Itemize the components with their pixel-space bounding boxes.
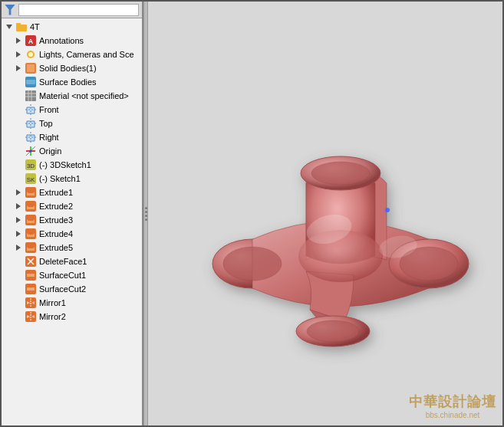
svg-rect-9 bbox=[26, 80, 35, 84]
tree-item-surfacecut2[interactable]: SurfaceCut2 bbox=[2, 282, 142, 296]
svg-rect-0 bbox=[16, 25, 27, 31]
expand-extrude4[interactable] bbox=[14, 229, 23, 238]
3d-model-group bbox=[212, 156, 469, 347]
tree-item-extrude1[interactable]: Extrude1 bbox=[2, 186, 142, 199]
tree-label-solid-bodies: Solid Bodies(1) bbox=[39, 64, 97, 73]
extrude4-icon bbox=[25, 228, 37, 240]
tree-label-deleteface1: DeleteFace1 bbox=[39, 257, 87, 266]
watermark-url-text: bbs.chinade.net bbox=[409, 411, 496, 419]
tree-item-front[interactable]: Front bbox=[2, 103, 142, 117]
model-area bbox=[148, 2, 502, 425]
tree-label-mirror1: Mirror1 bbox=[39, 298, 66, 307]
tree-label-lights: Lights, Cameras and Sce bbox=[39, 50, 134, 59]
tree-item-sketch1[interactable]: SK (-) Sketch1 bbox=[2, 172, 142, 186]
tree-label-extrude5: Extrude5 bbox=[39, 243, 73, 252]
tree-item-surfacecut1[interactable]: SurfaceCut1 bbox=[2, 268, 142, 282]
surfacecut1-icon bbox=[25, 269, 37, 281]
tree-label-extrude3: Extrude3 bbox=[39, 215, 73, 225]
material-icon bbox=[25, 90, 37, 102]
expand-surfacecut1[interactable] bbox=[14, 271, 23, 280]
tree-item-extrude2[interactable]: Extrude2 bbox=[2, 199, 142, 213]
surfacecut2-icon bbox=[25, 283, 37, 295]
tree-label-top: Top bbox=[39, 119, 53, 128]
tree-item-material[interactable]: Material <not specified> bbox=[2, 89, 142, 103]
tree-label-extrude1: Extrude1 bbox=[39, 188, 73, 197]
content-area: 4T A Annotations Lights, Cameras bbox=[2, 2, 502, 425]
mirror2-icon bbox=[25, 310, 37, 323]
splitter-handle bbox=[145, 207, 147, 221]
tree-item-surface-bodies[interactable]: Surface Bodies bbox=[2, 75, 142, 89]
tree-label-front: Front bbox=[39, 105, 59, 114]
tree-label-extrude2: Extrude2 bbox=[39, 202, 73, 211]
tree-item-3dsketch1[interactable]: 3D (-) 3DSketch1 bbox=[2, 158, 142, 172]
tree-item-extrude5[interactable]: Extrude5 bbox=[2, 241, 142, 255]
sketch1-icon: SK bbox=[25, 172, 37, 185]
tree-label-right: Right bbox=[39, 133, 59, 142]
svg-text:3D: 3D bbox=[27, 163, 35, 169]
expand-surfacecut2[interactable] bbox=[14, 284, 23, 294]
tree-item-annotations[interactable]: A Annotations bbox=[2, 34, 142, 48]
tree-item-extrude3[interactable]: Extrude3 bbox=[2, 213, 142, 227]
right-plane-icon bbox=[25, 131, 37, 143]
extrude5-icon bbox=[25, 241, 37, 254]
lights-icon bbox=[25, 48, 37, 61]
feature-tree-panel: 4T A Annotations Lights, Cameras bbox=[2, 2, 143, 425]
expand-3dsketch1[interactable] bbox=[14, 160, 23, 169]
folder-icon bbox=[15, 21, 28, 33]
expand-extrude1[interactable] bbox=[14, 188, 23, 197]
tree-label-4t: 4T bbox=[30, 22, 40, 31]
expand-front[interactable] bbox=[14, 105, 23, 114]
tree-item-solid-bodies[interactable]: Solid Bodies(1) bbox=[2, 61, 142, 75]
tree-item-extrude4[interactable]: Extrude4 bbox=[2, 227, 142, 241]
expand-origin[interactable] bbox=[14, 146, 23, 156]
tree-label-origin: Origin bbox=[39, 146, 61, 156]
expand-material[interactable] bbox=[14, 91, 23, 100]
expand-annotations[interactable] bbox=[14, 36, 23, 45]
tree-label-surfacecut2: SurfaceCut2 bbox=[39, 284, 86, 294]
tree-item-origin[interactable]: Origin bbox=[2, 144, 142, 158]
expand-deleteface1[interactable] bbox=[14, 257, 23, 266]
svg-text:A: A bbox=[28, 38, 34, 45]
expand-4t[interactable] bbox=[5, 22, 14, 31]
expand-surface[interactable] bbox=[14, 77, 23, 87]
tree-label-material: Material <not specified> bbox=[39, 91, 129, 100]
tree-item-top[interactable]: Top bbox=[2, 117, 142, 130]
solid-bodies-icon bbox=[25, 62, 37, 74]
expand-sketch1[interactable] bbox=[14, 174, 23, 183]
expand-top[interactable] bbox=[14, 119, 23, 128]
tree-item-mirror1[interactable]: Mirror1 bbox=[2, 296, 142, 310]
expand-solid[interactable] bbox=[14, 64, 23, 73]
tree-label-sketch1: (-) Sketch1 bbox=[39, 174, 81, 183]
expand-extrude3[interactable] bbox=[14, 215, 23, 225]
annotation-icon: A bbox=[25, 34, 37, 47]
tree-item-deleteface1[interactable]: DeleteFace1 bbox=[2, 255, 142, 268]
expand-mirror2[interactable] bbox=[14, 312, 23, 321]
expand-extrude5[interactable] bbox=[14, 243, 23, 252]
expand-right[interactable] bbox=[14, 133, 23, 142]
tree-item-4t[interactable]: 4T bbox=[2, 20, 142, 34]
svg-text:SK: SK bbox=[27, 176, 35, 183]
svg-point-59 bbox=[223, 247, 282, 281]
tree-area: 4T A Annotations Lights, Cameras bbox=[2, 18, 142, 425]
viewport-panel: 中華設計論壇 bbs.chinade.net bbox=[148, 2, 502, 425]
watermark-cn-text: 中華設計論壇 bbox=[409, 393, 496, 411]
expand-mirror1[interactable] bbox=[14, 298, 23, 307]
extrude3-icon bbox=[25, 214, 37, 226]
filter-icon bbox=[5, 5, 15, 15]
expand-extrude2[interactable] bbox=[14, 202, 23, 211]
mirror1-icon bbox=[25, 297, 37, 309]
tree-label-extrude4: Extrude4 bbox=[39, 229, 73, 238]
tree-item-lights[interactable]: Lights, Cameras and Sce bbox=[2, 48, 142, 61]
svg-point-68 bbox=[385, 208, 390, 212]
filter-bar bbox=[2, 2, 142, 18]
filter-input[interactable] bbox=[18, 4, 139, 16]
extrude1-icon bbox=[25, 186, 37, 199]
svg-point-62 bbox=[311, 162, 370, 185]
tree-item-mirror2[interactable]: Mirror2 bbox=[2, 310, 142, 324]
svg-rect-48 bbox=[27, 287, 35, 291]
splitter-dot bbox=[145, 218, 147, 221]
expand-lights[interactable] bbox=[14, 50, 23, 59]
tree-label-annotations: Annotations bbox=[39, 36, 84, 45]
main-window: 4T A Annotations Lights, Cameras bbox=[0, 0, 504, 427]
tree-item-right[interactable]: Right bbox=[2, 130, 142, 144]
